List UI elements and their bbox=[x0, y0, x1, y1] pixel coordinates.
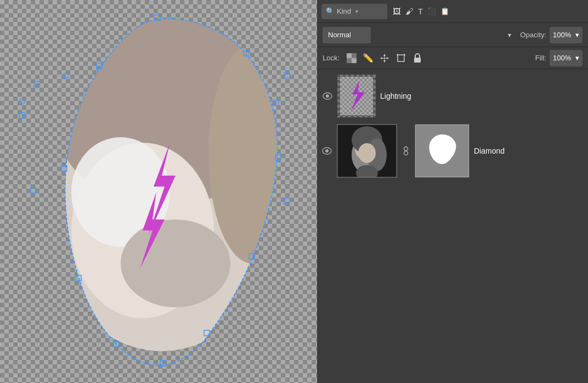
layer-name-lightning: Lightning bbox=[380, 92, 583, 100]
fill-chevron: ▾ bbox=[575, 54, 579, 62]
brush-icon[interactable]: 🖌 bbox=[405, 7, 414, 16]
search-icon: 🔍 bbox=[326, 7, 335, 15]
opacity-value: 100% bbox=[553, 31, 571, 39]
layer-visibility-lightning[interactable] bbox=[322, 92, 333, 100]
svg-point-6 bbox=[208, 44, 296, 263]
lock-label: Lock: bbox=[323, 54, 340, 62]
svg-rect-20 bbox=[31, 188, 36, 193]
search-kind-box[interactable]: 🔍 Kind ▾ bbox=[321, 4, 387, 19]
opacity-value-box[interactable]: 100% ▾ bbox=[550, 27, 583, 43]
svg-rect-43 bbox=[340, 77, 373, 115]
opacity-chevron: ▾ bbox=[575, 31, 579, 39]
fill-value-box[interactable]: 100% ▾ bbox=[550, 50, 583, 66]
svg-rect-26 bbox=[284, 199, 290, 204]
blend-mode-wrapper: Normal Dissolve Multiply Screen Overlay bbox=[323, 27, 516, 43]
layer-thumbnail-lightning bbox=[337, 75, 376, 117]
svg-point-23 bbox=[63, 73, 69, 78]
adjustment-icon[interactable]: ⬛ bbox=[427, 7, 436, 15]
image-filter-icon[interactable]: 🖼 bbox=[393, 7, 401, 16]
type-icon[interactable]: T bbox=[418, 7, 423, 16]
kind-label: Kind bbox=[337, 7, 351, 15]
lock-position-icon[interactable] bbox=[379, 53, 390, 64]
svg-point-54 bbox=[404, 147, 408, 151]
svg-point-55 bbox=[404, 151, 408, 155]
canvas-svg bbox=[0, 0, 317, 383]
lock-all-icon[interactable] bbox=[412, 53, 423, 64]
blend-mode-select[interactable]: Normal Dissolve Multiply Screen Overlay bbox=[323, 27, 371, 43]
svg-rect-19 bbox=[19, 112, 25, 118]
layers-list: Lightning bbox=[317, 69, 588, 383]
svg-rect-30 bbox=[352, 58, 357, 63]
svg-point-9 bbox=[121, 219, 230, 307]
svg-rect-11 bbox=[273, 100, 279, 105]
top-toolbar: 🔍 Kind ▾ 🖼 🖌 T ⬛ 📋 bbox=[317, 0, 588, 23]
svg-rect-27 bbox=[347, 53, 352, 58]
fill-value: 100% bbox=[553, 54, 571, 62]
svg-rect-25 bbox=[284, 72, 290, 78]
svg-point-22 bbox=[19, 99, 25, 104]
lock-transparent-icon[interactable] bbox=[346, 53, 357, 64]
svg-rect-29 bbox=[347, 58, 352, 63]
layer-item-diamond[interactable]: Diamond bbox=[317, 121, 588, 181]
lock-image-icon[interactable]: ✏️ bbox=[363, 53, 374, 64]
kind-chevron: ▾ bbox=[355, 8, 358, 14]
chain-link-diamond bbox=[402, 146, 410, 156]
layer-mask-thumb-diamond bbox=[415, 124, 470, 178]
fill-label: Fill: bbox=[535, 54, 546, 62]
blend-row: Normal Dissolve Multiply Screen Overlay … bbox=[317, 23, 588, 47]
smart-icon[interactable]: 📋 bbox=[440, 7, 449, 15]
opacity-group: Opacity: 100% ▾ bbox=[520, 27, 583, 43]
layer-name-diamond: Diamond bbox=[474, 147, 584, 155]
lock-row: Lock: ✏️ bbox=[317, 47, 588, 69]
right-panel: 🔍 Kind ▾ 🖼 🖌 T ⬛ 📋 Normal Dissolve Multi… bbox=[317, 0, 588, 383]
layer-visibility-diamond[interactable] bbox=[321, 147, 332, 155]
svg-point-52 bbox=[358, 143, 376, 163]
svg-point-45 bbox=[325, 149, 329, 153]
svg-point-38 bbox=[326, 94, 329, 98]
opacity-label: Opacity: bbox=[520, 31, 546, 39]
fill-group: Fill: 100% ▾ bbox=[535, 50, 583, 66]
svg-rect-24 bbox=[34, 81, 39, 87]
svg-rect-31 bbox=[398, 55, 404, 61]
toolbar-icons: 🖼 🖌 T ⬛ 📋 bbox=[393, 7, 449, 16]
lock-icons: ✏️ bbox=[346, 53, 423, 64]
layer-photo-thumb-diamond bbox=[337, 124, 397, 178]
canvas-area bbox=[0, 0, 317, 383]
svg-rect-28 bbox=[352, 53, 357, 58]
lock-crop-icon[interactable] bbox=[395, 53, 406, 64]
layer-item-lightning[interactable]: Lightning bbox=[317, 71, 588, 121]
svg-rect-36 bbox=[414, 58, 421, 63]
